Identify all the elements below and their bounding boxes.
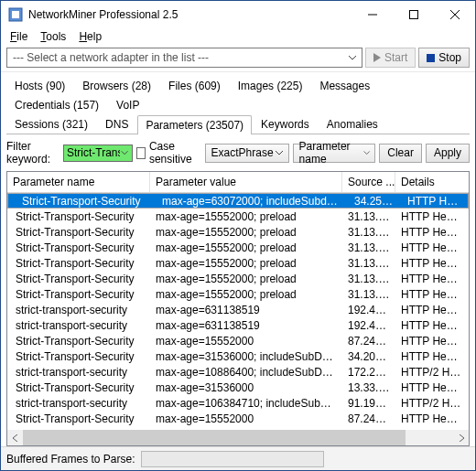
maximize-button[interactable] [393, 1, 434, 28]
tab-1[interactable]: Browsers (28) [74, 76, 159, 95]
cell: Strict-Transport-Security [7, 273, 150, 285]
chevron-down-icon [120, 147, 129, 158]
adapter-row: --- Select a network adapter in the list… [1, 46, 475, 72]
table-row[interactable]: strict-transport-securitymax-age=6311385… [7, 302, 469, 317]
column-select[interactable]: Parameter name [293, 144, 376, 163]
cell: 31.13.72... [342, 210, 395, 223]
title-bar: NetworkMiner Professional 2.5 [1, 1, 475, 28]
table-row[interactable]: Strict-Transport-Securitymax-age=1555200… [7, 255, 469, 271]
tab-0[interactable]: Hosts (90) [6, 76, 73, 95]
cell: HTTP Header [395, 226, 469, 239]
cell: max-age=106384710; includeSubDom... [150, 397, 342, 410]
tab-5[interactable]: Credentials (157) [6, 95, 107, 114]
cell: Strict-Transport-Security [14, 195, 157, 208]
cell: Strict-Transport-Security [7, 335, 150, 348]
tab-3[interactable]: Images (225) [230, 76, 311, 95]
tab2-0[interactable]: Sessions (321) [6, 114, 96, 134]
cell: max-age=31536000; includeSubDomains [150, 350, 342, 363]
cell: 87.248.1... [342, 335, 395, 348]
cell: strict-transport-security [7, 304, 150, 316]
start-button[interactable]: Start [365, 48, 416, 68]
cell: max-age=63072000; includeSubdomain... [157, 195, 349, 208]
tab-6[interactable]: VoIP [108, 95, 147, 114]
cell: 13.33.44... [342, 381, 395, 394]
table-row[interactable]: Strict-Transport-Securitymax-age=1555200… [7, 411, 469, 426]
stop-label: Stop [438, 51, 461, 64]
case-sensitive-checkbox[interactable]: Case sensitive [136, 140, 201, 166]
status-bar: Buffered Frames to Parse: [1, 446, 475, 470]
cell: Strict-Transport-Security [7, 210, 150, 223]
cell: Strict-Transport-Security [7, 288, 150, 301]
scroll-left-icon[interactable] [7, 430, 23, 445]
cell: Strict-Transport-Security [7, 226, 150, 239]
adapter-select[interactable]: --- Select a network adapter in the list… [6, 48, 362, 68]
adapter-placeholder: --- Select a network adapter in the list… [13, 51, 209, 64]
cell: Strict-Transport-Security [7, 241, 150, 254]
table-row[interactable]: strict-transport-securitymax-age=6311385… [7, 317, 469, 333]
table-row[interactable]: Strict-Transport-Securitymax-age=1555200… [7, 240, 469, 255]
stop-button[interactable]: Stop [418, 48, 470, 68]
cell: HTTP Header [395, 335, 469, 348]
table-row[interactable]: strict-transport-securitymax-age=1063847… [7, 395, 469, 411]
cell: HTTP/2 Header [395, 397, 469, 410]
clear-button[interactable]: Clear [379, 144, 422, 163]
col-parameter-value[interactable]: Parameter value [150, 172, 342, 192]
col-parameter-name[interactable]: Parameter name [7, 172, 150, 192]
apply-label: Apply [434, 146, 461, 159]
column-select-value: Parameter name [299, 140, 362, 166]
cell: HTTP Header [395, 319, 469, 332]
table-row[interactable]: Strict-Transport-Securitymax-age=1555200… [7, 271, 469, 286]
table-row[interactable]: Strict-Transport-Securitymax-age=1555200… [7, 224, 469, 240]
chevron-down-icon [347, 52, 358, 63]
cell: strict-transport-security [7, 366, 150, 379]
cell: max-age=15552000; preload [150, 226, 342, 239]
cell: Strict-Transport-Security [7, 257, 150, 270]
start-label: Start [384, 51, 407, 64]
tab2-3[interactable]: Keywords [253, 114, 318, 134]
scroll-thumb[interactable] [23, 430, 406, 445]
table-row[interactable]: Strict-Transport-Securitymax-age=3153600… [7, 348, 469, 364]
cell: HTTP Header [395, 257, 469, 270]
menu-help[interactable]: Help [79, 30, 102, 43]
window-title: NetworkMiner Professional 2.5 [28, 8, 352, 21]
horizontal-scrollbar[interactable] [7, 430, 469, 445]
minimize-button[interactable] [352, 1, 393, 28]
cell: HTTP Header [395, 304, 469, 316]
cell: 31.13.72... [342, 241, 395, 254]
cell: 31.13.72... [342, 226, 395, 239]
cell: 31.13.72... [342, 288, 395, 301]
svg-rect-3 [409, 11, 417, 19]
cell: 34.209.1... [342, 350, 395, 363]
cell: max-age=15552000 [150, 335, 342, 348]
tab-4[interactable]: Messages [311, 76, 378, 95]
table-row[interactable]: Strict-Transport-Securitymax-age=1555200… [7, 209, 469, 224]
filter-label: Filter keyword: [6, 140, 60, 166]
cell: max-age=10886400; includeSubDomai... [150, 366, 342, 379]
svg-rect-1 [12, 11, 19, 18]
filter-keyword-input[interactable]: Strict-Transp [63, 145, 133, 162]
close-button[interactable] [434, 1, 475, 28]
table-row[interactable]: Strict-Transport-Securitymax-age=3153600… [7, 380, 469, 395]
table-row[interactable]: strict-transport-securitymax-age=1088640… [7, 364, 469, 380]
tab2-1[interactable]: DNS [97, 114, 136, 134]
cell: HTTP/2 Header [395, 366, 469, 379]
menu-file[interactable]: File [10, 30, 27, 43]
play-icon [373, 53, 381, 62]
tab-2[interactable]: Files (609) [160, 76, 229, 95]
col-source[interactable]: Source ... [342, 172, 395, 192]
table-header: Parameter name Parameter value Source ..… [7, 172, 469, 193]
col-details[interactable]: Details [395, 172, 469, 192]
tab2-2[interactable]: Parameters (23507) [137, 115, 252, 134]
cell: 192.48.2... [342, 319, 395, 332]
menu-tools[interactable]: Tools [40, 30, 66, 43]
scroll-right-icon[interactable] [453, 430, 469, 445]
filter-keyword-value: Strict-Transp [67, 146, 120, 159]
table-row[interactable]: Strict-Transport-Securitymax-age=1555200… [7, 333, 469, 348]
table-row[interactable]: Strict-Transport-Securitymax-age=6307200… [7, 193, 469, 209]
table-row[interactable]: Strict-Transport-Securitymax-age=1555200… [7, 286, 469, 302]
match-mode-select[interactable]: ExactPhrase [205, 144, 289, 163]
scroll-track[interactable] [23, 430, 453, 445]
cell: max-age=631138519 [150, 304, 342, 316]
apply-button[interactable]: Apply [426, 144, 470, 163]
tab2-4[interactable]: Anomalies [319, 114, 386, 134]
